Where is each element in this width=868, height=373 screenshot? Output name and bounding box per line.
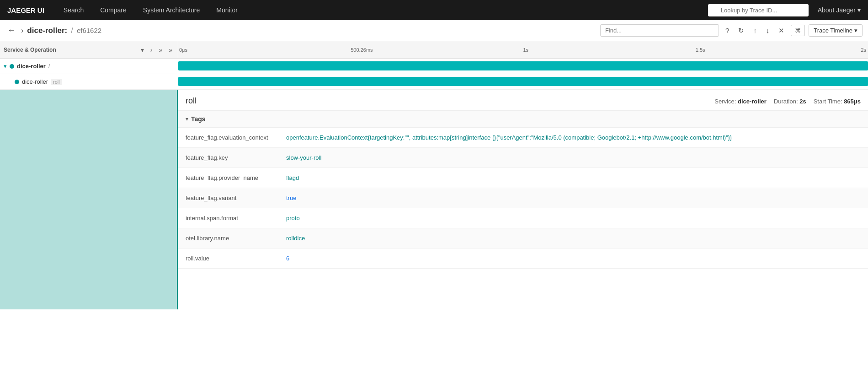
operation-row[interactable]: dice-roller roll [0,74,868,90]
tag-row: otel.library.namerolldice [178,228,868,249]
collapse-children-button[interactable]: › [149,45,154,54]
tag-key: roll.value [178,249,279,268]
service-span-bar [178,61,868,70]
tag-value: proto [279,208,868,228]
tags-header-label: Tags [191,115,206,123]
tag-key: feature_flag.provider_name [178,168,279,188]
nav-item-compare[interactable]: Compare [92,0,135,20]
service-chevron[interactable]: ▾ [4,63,7,70]
tag-row: feature_flag.evaluation_contextopenfeatu… [178,128,868,148]
nav-item-system-architecture[interactable]: System Architecture [135,0,208,20]
service-label: dice-roller [17,63,46,70]
detail-left-sidebar [0,90,178,309]
tag-key: feature_flag.evaluation_context [178,128,279,147]
trace-timeline-label: Trace Timeline [814,27,852,34]
service-row[interactable]: ▾ dice-roller / [0,59,868,74]
about-jaeger-label: About Jaeger [818,6,856,14]
trace-timeline-chevron: ▾ [854,27,857,34]
start-time-label-text: Start Time: [814,98,842,105]
tick-3: 1.5s [696,47,705,53]
breadcrumb-separator: / [71,26,73,35]
tags-header[interactable]: ▾ Tags [178,111,868,128]
detail-meta: Service: dice-roller Duration: 2s Start … [714,98,861,105]
tag-value: openfeature.EvaluationContext{targetingK… [279,128,868,147]
operation-label: dice-roller [22,78,48,85]
service-operation-label: Service & Operation [4,47,136,53]
tag-row: internal.span.formatproto [178,208,868,228]
detail-right: roll Service: dice-roller Duration: 2s S… [178,90,868,309]
operation-row-left: dice-roller roll [0,74,178,89]
tags-section: ▾ Tags feature_flag.evaluation_contextop… [178,111,868,269]
trace-content: ▾ dice-roller / dice-roller roll [0,59,868,90]
timeline-ticks: 0μs 500.26ms 1s 1.5s 2s [178,41,868,58]
tag-value: 6 [279,249,868,268]
tick-4: 2s [861,47,866,53]
duration-label-text: Duration: [774,98,798,105]
expand-all-button[interactable]: ▾ [139,45,146,54]
nav-item-search[interactable]: Search [55,0,92,20]
next-match-button[interactable]: ↓ [763,25,772,36]
nav-item-monitor[interactable]: Monitor [208,0,246,20]
brand-logo: JAEGER UI [7,6,44,14]
operation-span-bar [178,77,868,86]
tick-0: 0μs [179,47,187,53]
view-options-button[interactable]: ⌘ [791,25,805,36]
operation-row-right [178,74,868,89]
tag-row: roll.value6 [178,249,868,269]
refresh-button[interactable]: ↻ [735,25,747,37]
close-find-button[interactable]: ✕ [776,25,787,37]
tag-row: feature_flag.provider_nameflagd [178,168,868,188]
breadcrumb-service: dice-roller: [27,26,67,35]
tag-key: otel.library.name [178,228,279,248]
breadcrumb-bar: ← › dice-roller: / ef61622 ? ↻ ↑ ↓ ✕ ⌘ T… [0,20,868,41]
help-button[interactable]: ? [723,25,732,36]
detail-header: roll Service: dice-roller Duration: 2s S… [178,90,868,111]
tag-value: true [279,188,868,208]
service-row-left: ▾ dice-roller / [0,59,178,74]
operation-dot [15,80,19,84]
tag-value: flagd [279,168,868,188]
breadcrumb-trace-id: ef61622 [77,27,101,34]
tag-value: slow-your-roll [279,148,868,168]
start-time-value-text: 865μs [844,98,861,105]
find-input[interactable] [600,24,719,37]
collapse-all-button[interactable]: » [167,45,174,54]
tick-1: 500.26ms [351,47,373,53]
tags-chevron: ▾ [186,116,188,122]
expand-chevron[interactable]: › [21,27,23,35]
tag-key: internal.span.format [178,208,279,228]
tag-key: feature_flag.key [178,148,279,168]
service-label-text: Service: [714,98,736,105]
tick-2: 1s [523,47,529,53]
detail-service-label: Service: dice-roller [714,98,766,105]
service-value-text: dice-roller [738,98,767,105]
timeline-header: Service & Operation ▾ › » » 0μs 500.26ms… [0,41,868,59]
duration-value-text: 2s [799,98,806,105]
detail-start-time: Start Time: 865μs [814,98,861,105]
detail-operation-name: roll [186,96,197,106]
top-nav: JAEGER UI Search Compare System Architec… [0,0,868,20]
about-jaeger-menu[interactable]: About Jaeger ▾ [818,6,861,14]
tag-key: feature_flag.variant [178,188,279,208]
tags-list: feature_flag.evaluation_contextopenfeatu… [178,128,868,269]
detail-panel: roll Service: dice-roller Duration: 2s S… [0,90,868,309]
tag-row: feature_flag.keyslow-your-roll [178,148,868,168]
trace-timeline-button[interactable]: Trace Timeline ▾ [809,24,863,37]
lookup-input[interactable] [708,4,809,16]
service-row-right [178,59,868,74]
operation-tag: roll [51,79,62,85]
expand-traces-button[interactable]: » [157,45,164,54]
service-dot [10,64,14,69]
prev-match-button[interactable]: ↑ [751,25,760,36]
service-sep: / [48,63,50,70]
detail-duration: Duration: 2s [774,98,806,105]
back-button[interactable]: ← [5,24,17,37]
about-jaeger-chevron: ▾ [857,6,861,14]
lookup-wrap: 🔍 [708,4,809,16]
tag-value: rolldice [279,228,868,248]
tag-row: feature_flag.varianttrue [178,188,868,208]
service-operation-header: Service & Operation ▾ › » » [0,41,178,58]
